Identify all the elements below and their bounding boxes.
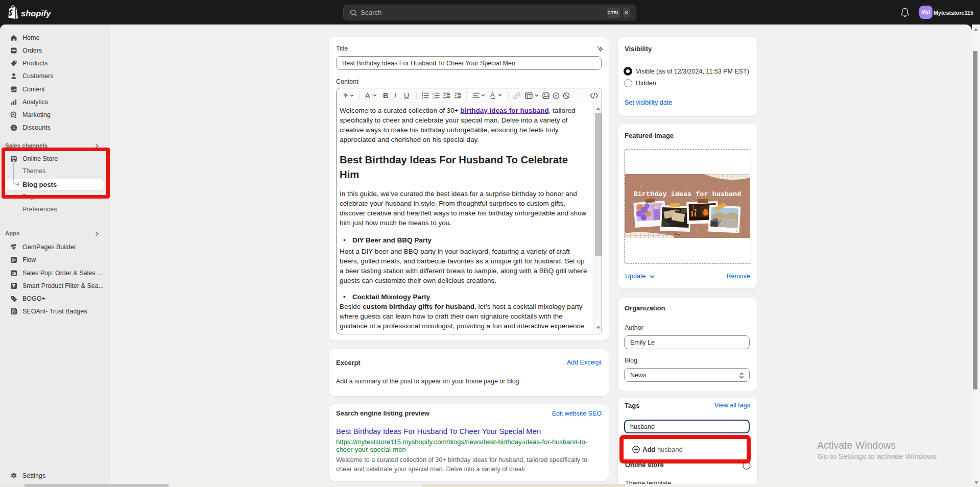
svg-text:2: 2	[433, 96, 434, 99]
svg-text:Birthday ideas for husband: Birthday ideas for husband	[634, 190, 742, 198]
svg-text:shopify: shopify	[21, 9, 51, 18]
svg-text:A: A	[365, 91, 370, 100]
svg-text:A: A	[490, 91, 495, 99]
svg-text:1: 1	[433, 92, 434, 95]
